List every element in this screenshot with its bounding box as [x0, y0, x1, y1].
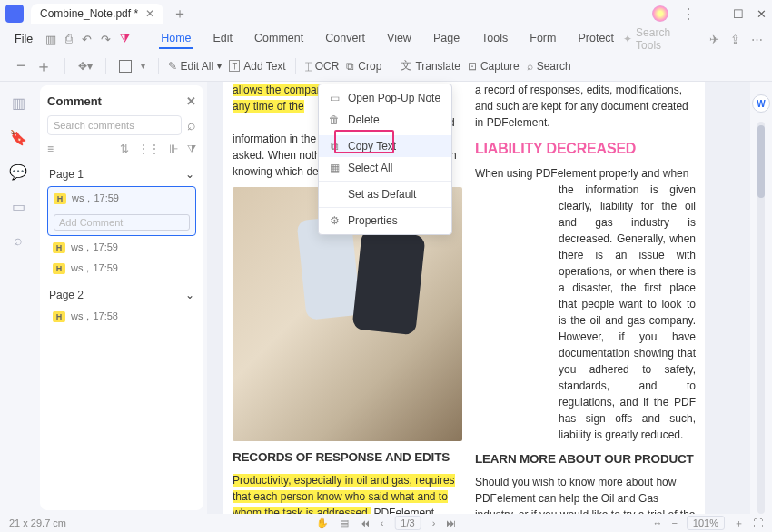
- search-tools[interactable]: ✦ Search Tools: [623, 26, 698, 52]
- tab-home[interactable]: Home: [159, 29, 193, 49]
- hand-tool-icon[interactable]: ✋: [316, 517, 329, 529]
- export-word-icon[interactable]: W: [752, 94, 770, 113]
- ctx-open-popup[interactable]: ▭ Open Pop-Up Note: [319, 87, 451, 109]
- add-comment-input[interactable]: Add Comment: [54, 214, 190, 231]
- panel-close-icon[interactable]: ✕: [186, 94, 196, 108]
- layout-icon[interactable]: ▤: [340, 517, 349, 529]
- search-icon[interactable]: ⌕: [187, 117, 196, 133]
- file-menu[interactable]: File: [9, 33, 38, 45]
- highlight-icon: H: [53, 263, 65, 274]
- comments-icon[interactable]: 💬: [10, 163, 26, 180]
- attachments-icon[interactable]: ▭: [10, 198, 26, 214]
- ocr-button[interactable]: ⌶ OCR: [305, 60, 340, 73]
- gear-icon: ⚙: [328, 214, 341, 227]
- next-page-icon[interactable]: ›: [432, 517, 436, 528]
- tab-convert[interactable]: Convert: [323, 29, 367, 49]
- pdf-page: allows the company to access information…: [223, 82, 705, 514]
- page-group-2[interactable]: Page 2 ⌄: [47, 285, 196, 305]
- tab-comment[interactable]: Comment: [252, 29, 305, 49]
- wand-icon: ✦: [623, 33, 632, 45]
- customize-icon[interactable]: ⧩: [120, 33, 130, 46]
- ctx-properties[interactable]: ⚙ Properties: [319, 210, 451, 232]
- fit-width-icon[interactable]: ↔: [652, 517, 662, 528]
- zoom-in-icon[interactable]: ＋: [734, 517, 744, 530]
- tab-edit[interactable]: Edit: [212, 29, 235, 49]
- edit-all-button[interactable]: ✎ Edit All ▾: [168, 60, 223, 73]
- undo-icon[interactable]: ↶: [82, 33, 92, 46]
- zoom-level[interactable]: 101%: [687, 516, 725, 530]
- send-icon[interactable]: ✈: [709, 33, 719, 46]
- scrollbar-thumb[interactable]: [757, 125, 765, 198]
- help-icon[interactable]: ⋯: [751, 33, 763, 46]
- tab-form[interactable]: Form: [528, 29, 558, 49]
- user-avatar[interactable]: [652, 5, 668, 22]
- add-text-button[interactable]: 🅃 Add Text: [229, 60, 285, 73]
- tab-title: Combine_Note.pdf *: [40, 7, 138, 20]
- expand-all-icon[interactable]: ≡: [47, 143, 54, 155]
- options-icon[interactable]: ⋮⋮: [138, 143, 160, 155]
- tab-tools[interactable]: Tools: [480, 29, 510, 49]
- tab-protect[interactable]: Protect: [576, 29, 616, 49]
- equalizer-icon[interactable]: ⊪: [169, 143, 178, 155]
- body-text: PDFelement: [373, 507, 434, 514]
- prev-page-icon[interactable]: ‹: [381, 517, 384, 528]
- more-icon[interactable]: ⋮: [681, 5, 696, 23]
- comment-item[interactable]: H ws，17:59: [47, 238, 196, 257]
- ctx-set-default[interactable]: Set as Default: [319, 183, 451, 205]
- comment-search-input[interactable]: Search comments: [47, 115, 182, 135]
- comment-item[interactable]: H ws，17:58: [47, 307, 196, 326]
- trash-icon: 🗑: [328, 113, 341, 126]
- print-icon[interactable]: ⎙: [65, 33, 73, 46]
- page-group-1[interactable]: Page 1 ⌄: [47, 164, 196, 184]
- highlighted-text[interactable]: any time of the: [233, 100, 304, 113]
- search-panel-icon[interactable]: ⌕: [10, 232, 26, 249]
- chevron-down-icon[interactable]: ▾: [141, 61, 145, 71]
- zoom-out-button[interactable]: −: [16, 56, 26, 75]
- page-indicator[interactable]: 1/3: [394, 516, 421, 530]
- first-page-icon[interactable]: ⏮: [360, 517, 370, 528]
- filter-icon[interactable]: ⧩: [187, 143, 196, 155]
- comment-item-selected[interactable]: H ws，17:59 Add Comment: [47, 186, 196, 236]
- zoom-in-button[interactable]: ＋: [35, 55, 52, 77]
- last-page-icon[interactable]: ⏭: [446, 517, 456, 528]
- maximize-button[interactable]: ☐: [733, 7, 744, 21]
- crop-button[interactable]: ⧉ Crop: [346, 60, 381, 73]
- bookmarks-icon[interactable]: 🔖: [10, 129, 26, 145]
- ctx-delete[interactable]: 🗑 Delete: [319, 109, 451, 131]
- tab-view[interactable]: View: [385, 29, 413, 49]
- close-button[interactable]: ✕: [757, 7, 767, 21]
- tab-close-icon[interactable]: ✕: [145, 7, 154, 20]
- upload-icon[interactable]: ⇪: [730, 33, 740, 46]
- fullscreen-icon[interactable]: ⛶: [753, 517, 763, 528]
- redo-icon[interactable]: ↷: [101, 33, 111, 46]
- comment-meta: ws，17:59: [72, 192, 119, 205]
- thumbnails-icon[interactable]: ▥: [10, 94, 26, 111]
- ctx-copy-text[interactable]: ⧉ Copy Text: [319, 135, 451, 157]
- comment-item[interactable]: H ws，17:59: [47, 259, 196, 278]
- scrollbar[interactable]: [757, 122, 765, 514]
- sort-icon[interactable]: ⇅: [120, 143, 129, 155]
- translate-button[interactable]: 文 Translate: [401, 58, 460, 74]
- hand-icon[interactable]: ✥▾: [78, 60, 93, 73]
- capture-button[interactable]: ⊡ Capture: [468, 60, 520, 73]
- heading-learn: LEARN MORE ABOUT OUR PRODUCT: [475, 450, 696, 468]
- add-text-label: Add Text: [243, 60, 285, 73]
- minimize-button[interactable]: ―: [708, 7, 720, 21]
- edit-all-label: Edit All: [181, 60, 214, 73]
- comment-meta: ws，17:58: [71, 310, 118, 323]
- zoom-out-icon[interactable]: −: [671, 517, 677, 528]
- select-all-icon: ▦: [328, 162, 341, 174]
- ctx-select-all[interactable]: ▦ Select All: [319, 157, 451, 179]
- app-icon: [5, 5, 24, 23]
- heading-liability: LIABILITY DECREASED: [475, 138, 696, 160]
- document-viewport[interactable]: allows the company to access information…: [207, 82, 750, 514]
- search-button[interactable]: ⌕ Search: [527, 60, 571, 73]
- comment-meta: ws，17:59: [71, 261, 118, 275]
- body-text: a record of responses, edits, modificati…: [475, 84, 688, 129]
- page-dimensions: 21 x 29.7 cm: [9, 517, 66, 528]
- tab-page[interactable]: Page: [431, 29, 461, 49]
- document-tab[interactable]: Combine_Note.pdf * ✕: [31, 4, 163, 24]
- shape-rect-icon[interactable]: [119, 60, 132, 73]
- new-tab-button[interactable]: ＋: [173, 5, 187, 24]
- save-icon[interactable]: ▥: [45, 33, 56, 46]
